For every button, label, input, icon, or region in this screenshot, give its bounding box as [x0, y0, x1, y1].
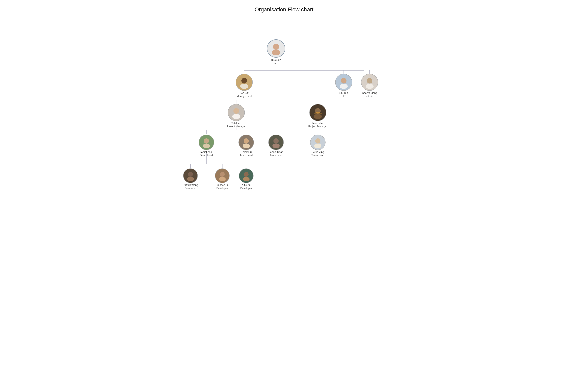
alfie-zu-name: Alfie Zu	[242, 183, 251, 186]
derek-hu-name: Derek Hu	[241, 151, 252, 154]
svg-point-32	[366, 84, 374, 89]
jonsen-li-name: Jonsen Li	[217, 183, 228, 186]
jonsen-li-role: Developer	[216, 187, 228, 190]
node-duc-sun: Duc Sun ceo	[267, 40, 285, 65]
svg-point-53	[187, 177, 194, 181]
svg-point-47	[272, 143, 280, 148]
node-leo-six: Leo Six Management	[236, 74, 253, 98]
node-peter-ming: Peter Ming Team Lead	[310, 135, 325, 157]
lennis-chan-role: Team Lead	[270, 154, 283, 157]
org-chart: Duc Sun ceo Leo Six Management Shi Ten H…	[0, 17, 568, 224]
node-patrick-wang: Patrick Wang Developer	[183, 168, 198, 190]
svg-point-44	[243, 143, 250, 148]
peter-miao-name: Peter Miao	[312, 122, 324, 125]
tab-han-role: Project Manager	[227, 125, 246, 128]
svg-point-25	[241, 78, 247, 84]
svg-point-34	[233, 108, 239, 114]
lennis-chan-name: Lennis Chan	[269, 151, 284, 154]
node-daniel-zhou: Daniel Zhou Team Lead	[199, 135, 214, 157]
node-jonsen-li: Jonsen Li Developer	[215, 168, 229, 190]
svg-point-58	[244, 172, 249, 177]
duc-sun-role: ceo	[274, 62, 278, 65]
peter-ming-name: Peter Ming	[312, 151, 324, 154]
svg-point-26	[240, 84, 248, 89]
daniel-zhou-name: Daniel Zhou	[199, 151, 213, 154]
svg-point-31	[367, 78, 372, 84]
derek-hu-role: Team Lead	[240, 154, 253, 157]
tab-han-name: Tab Han	[231, 122, 241, 125]
duc-sun-name: Duc Sun	[271, 58, 281, 61]
svg-point-59	[243, 177, 250, 181]
svg-point-38	[314, 114, 322, 119]
svg-point-46	[273, 138, 279, 143]
peter-ming-role: Team Lead	[312, 154, 324, 157]
alfie-zu-role: Developer	[240, 187, 252, 190]
svg-point-29	[340, 84, 348, 89]
svg-point-52	[188, 172, 193, 177]
patrick-wang-name: Patrick Wang	[183, 183, 198, 186]
svg-point-22	[272, 50, 280, 55]
peter-miao-role: Project Manager	[308, 125, 327, 128]
shawn-mong-name: Shawn Mong	[362, 91, 377, 94]
node-tab-han: Tab Han Project Manager	[227, 104, 246, 128]
node-shawn-mong: Shawn Mong admin	[361, 74, 378, 98]
shi-ten-role: HR	[342, 95, 346, 98]
svg-point-55	[220, 172, 225, 177]
leo-six-name: Leo Six	[240, 91, 249, 94]
svg-point-43	[244, 138, 249, 143]
svg-point-21	[273, 44, 279, 50]
node-shi-ten: Shi Ten HR	[335, 74, 352, 98]
page-title: Organisation Flow chart	[0, 0, 568, 17]
node-peter-miao: Peter Miao Project Manager	[308, 104, 327, 128]
shawn-mong-role: admin	[366, 95, 373, 98]
patrick-wang-role: Developer	[184, 187, 196, 190]
svg-point-41	[203, 143, 210, 148]
node-derek-hu: Derek Hu Team Lead	[239, 135, 254, 157]
svg-point-35	[232, 114, 240, 119]
leo-six-role: Management	[237, 95, 252, 98]
svg-point-50	[314, 143, 321, 148]
svg-point-40	[204, 138, 209, 143]
svg-point-28	[341, 78, 346, 84]
daniel-zhou-role: Team Lead	[200, 154, 213, 157]
node-lennis-chan: Lennis Chan Team Lead	[269, 135, 284, 157]
svg-point-56	[219, 177, 226, 181]
shi-ten-name: Shi Ten	[339, 91, 348, 94]
node-alfie-zu: Alfie Zu Developer	[239, 168, 253, 190]
svg-point-49	[315, 138, 320, 143]
